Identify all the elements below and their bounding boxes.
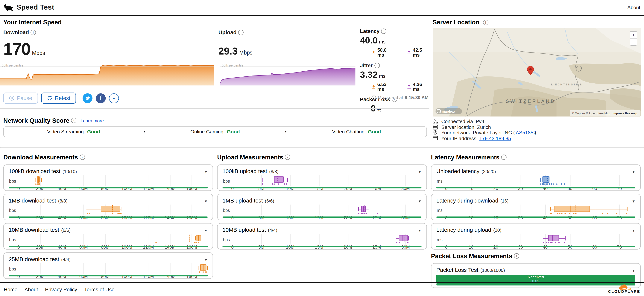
footer-link-terms[interactable]: Terms of Use [84, 287, 114, 292]
info-icon[interactable]: i [514, 253, 519, 259]
measured-at: Measured at 9:15:30 AM [372, 95, 428, 100]
box-plot [436, 234, 636, 244]
improve-map-link[interactable]: Improve this map [612, 112, 637, 115]
chevron-down-icon[interactable]: ▼ [632, 199, 636, 203]
measurement-card: Unloaded latency (20/20) ▼ ms 0102030405… [431, 164, 641, 191]
progress-underline [8, 216, 208, 218]
download-arrow-icon [372, 85, 376, 89]
pause-icon [9, 95, 14, 101]
percentile-label: 50th percentile [2, 64, 24, 68]
chevron-down-icon[interactable]: ▼ [204, 170, 208, 174]
pause-button[interactable]: Pause [3, 93, 38, 104]
info-icon[interactable]: i [501, 155, 506, 160]
server-icon [433, 124, 438, 130]
axis-unit-label: bps [9, 179, 16, 183]
map-attribution: © Mapbox © OpenStreetMap Improve this ma… [570, 110, 640, 116]
measurement-card: 10MB upload test (4/4) ▼ bps 05M10M15M20… [217, 223, 427, 249]
video-chatting-score: Video Chatting:Good [286, 129, 426, 135]
asn-link[interactable]: AS51852 [516, 130, 536, 136]
axis-unit-label: ms [437, 179, 442, 183]
chevron-down-icon[interactable]: ▼ [418, 199, 422, 203]
latency-value: 40.0 [360, 35, 378, 45]
chevron-down-icon[interactable]: ▼ [632, 228, 636, 232]
latency-unit: ms [379, 39, 386, 45]
footer-link-about[interactable]: About [24, 287, 38, 292]
progress-underline [8, 275, 208, 276]
upload-chart: 50th percentile [220, 64, 355, 86]
app-footer: Home About Privacy Policy Terms of Use C… [0, 282, 644, 296]
network-quality-bar: Video Streaming:Good • Online Gaming:Goo… [3, 126, 427, 137]
map-zoom-controls[interactable]: + − [630, 32, 637, 46]
info-icon[interactable]: i [238, 30, 244, 35]
upload-metric: Uploadi 29.3Mbps [218, 29, 252, 57]
chevron-down-icon[interactable]: ▼ [204, 199, 208, 203]
box-plot [8, 205, 208, 215]
card-title: 10MB download test [8, 227, 59, 233]
map-country-label: SWITZERLAND [506, 99, 556, 104]
box-plot [222, 234, 422, 244]
server-info-list: Connected via IPv4 Server location: Zuri… [433, 119, 536, 141]
upload-measurements-column: Upload Measurementsi 100kB upload test (… [217, 150, 427, 291]
chevron-down-icon[interactable]: ▼ [204, 258, 208, 262]
info-icon[interactable]: i [71, 118, 76, 123]
progress-underline [222, 246, 422, 247]
connected-via-row: Connected via IPv4 [433, 119, 536, 124]
chevron-down-icon[interactable]: ▼ [204, 228, 208, 232]
card-title: Latency during download [436, 197, 498, 204]
app-title: Speed Test [16, 3, 54, 12]
packet-loss-heading: Packet Loss Measurementsi [431, 252, 641, 259]
chevron-down-icon[interactable]: ▼ [632, 268, 636, 272]
svg-text:mapbox: mapbox [442, 109, 455, 113]
axis-unit-label: ms [437, 237, 442, 242]
jitter-unit: ms [379, 73, 386, 79]
chevron-down-icon[interactable]: ▼ [418, 228, 422, 232]
svg-text:© Mapbox © OpenStreetMap: © Mapbox © OpenStreetMap [572, 112, 610, 115]
measurement-card: 100kB upload test (8/8) ▼ bps 05M10M15M2… [217, 164, 427, 191]
facebook-share-button[interactable]: f [96, 93, 106, 103]
jitter-upload-value: 4.26 ms [413, 82, 430, 92]
download-arrow-icon [372, 50, 376, 55]
retest-button[interactable]: Retest [41, 93, 76, 104]
section-title: Upload Measurements [217, 154, 283, 161]
axis-unit-label: bps [9, 237, 16, 242]
footer-link-privacy[interactable]: Privacy Policy [45, 287, 77, 292]
twitter-share-button[interactable] [83, 93, 93, 103]
footer-link-home[interactable]: Home [4, 287, 18, 292]
ip-link[interactable]: 179.43.189.85 [479, 135, 511, 141]
about-link[interactable]: About [627, 5, 640, 10]
download-results-button[interactable] [109, 93, 119, 103]
server-location-row: Server location: Zurich [433, 124, 536, 130]
online-gaming-score: Online Gaming:Good [145, 129, 285, 135]
info-icon[interactable]: i [483, 20, 488, 25]
card-count: (10/10) [62, 169, 77, 174]
zoom-in-button[interactable]: + [632, 33, 635, 38]
section-title: Download Measurements [3, 154, 78, 161]
server-location-heading: Server Location i [433, 19, 488, 26]
server-location-map[interactable]: SWITZERLAND LIECHTENSTEIN + − mapbox [433, 28, 641, 117]
zoom-out-button[interactable]: − [632, 39, 635, 45]
axis-unit-label: bps [223, 208, 230, 213]
chevron-down-icon[interactable]: ▼ [418, 170, 422, 174]
measurement-card: 1MB upload test (6/6) ▼ bps 05M10M15M20M… [217, 194, 427, 220]
refresh-icon [47, 95, 52, 101]
info-icon[interactable]: i [30, 30, 36, 35]
progress-underline [8, 246, 208, 247]
measurement-card: 25MB download test (4/4) ▼ bps 020M40M60… [3, 252, 213, 279]
info-icon[interactable]: i [381, 29, 386, 34]
jitter-label: Jitter [360, 63, 372, 69]
box-plot [8, 263, 208, 274]
bullet-separator: • [285, 129, 286, 134]
learn-more-link[interactable]: Learn more [80, 118, 104, 123]
ip-address-row: Your IP address: 179.43.189.85 [433, 135, 536, 141]
network-icon [433, 119, 438, 124]
mapbox-logo[interactable]: mapbox [436, 108, 462, 114]
latency-download-value: 50.0 ms [377, 48, 395, 58]
box-plot [8, 234, 208, 244]
chevron-down-icon[interactable]: ▼ [632, 170, 636, 174]
clock-icon [372, 95, 376, 100]
latency-measurements-column: Latency Measurementsi Unloaded latency (… [431, 150, 641, 291]
info-icon[interactable]: i [285, 155, 290, 160]
info-icon[interactable]: i [80, 155, 85, 160]
measured-time: 9:15:30 AM [405, 95, 428, 100]
info-icon[interactable]: i [374, 63, 380, 68]
